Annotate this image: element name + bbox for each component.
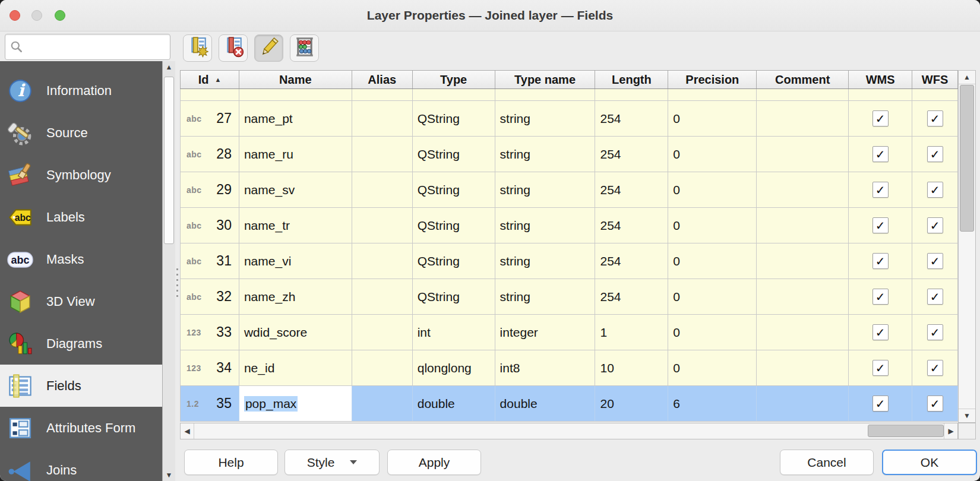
minimize-icon[interactable] [31, 10, 42, 21]
type-name-cell[interactable]: string [495, 243, 596, 279]
sidebar-scrollbar-thumb[interactable] [164, 77, 174, 244]
comment-cell[interactable] [757, 208, 849, 243]
wfs-checkbox[interactable]: ✓ [927, 289, 943, 305]
name-cell[interactable]: name_pt [239, 101, 352, 136]
comment-cell[interactable] [757, 386, 849, 421]
precision-cell[interactable]: 0 [668, 315, 757, 350]
sidebar-item-fields[interactable]: Fields [0, 365, 162, 407]
precision-cell[interactable]: 0 [668, 279, 757, 314]
sidebar-scrollbar[interactable]: ▲ ▼ [162, 61, 175, 481]
wfs-cell[interactable]: ✓ [912, 208, 958, 243]
type-name-cell[interactable]: string [495, 101, 596, 136]
column-header-comment[interactable]: Comment [757, 71, 849, 88]
wms-checkbox[interactable]: ✓ [872, 110, 889, 126]
wms-checkbox[interactable]: ✓ [872, 324, 889, 340]
alias-cell[interactable] [352, 172, 413, 207]
wfs-checkbox[interactable]: ✓ [927, 182, 943, 198]
precision-cell[interactable]: 0 [668, 101, 757, 136]
wms-checkbox[interactable]: ✓ [872, 253, 889, 269]
length-cell[interactable]: 254 [595, 279, 668, 314]
wms-cell[interactable]: ✓ [849, 386, 912, 421]
wfs-cell[interactable]: ✓ [912, 172, 958, 207]
length-cell[interactable]: 254 [595, 172, 668, 207]
wms-checkbox[interactable]: ✓ [872, 360, 889, 376]
id-cell[interactable]: 12334 [181, 350, 239, 385]
alias-cell[interactable] [352, 315, 413, 350]
wfs-checkbox[interactable]: ✓ [927, 324, 943, 340]
length-cell[interactable]: 20 [595, 386, 668, 421]
wms-cell[interactable]: ✓ [849, 243, 912, 279]
name-cell[interactable]: name_ru [239, 137, 352, 172]
length-cell[interactable]: 10 [595, 350, 668, 385]
length-cell[interactable]: 254 [595, 101, 668, 136]
wfs-checkbox[interactable]: ✓ [927, 395, 943, 412]
type-cell[interactable]: QString [413, 172, 495, 207]
sidebar-item-joins[interactable]: Joins [0, 449, 162, 481]
table-row-field-29[interactable]: abc29name_svQStringstring2540✓✓ [181, 172, 958, 208]
wms-checkbox[interactable]: ✓ [872, 395, 889, 412]
name-cell[interactable]: name_zh [239, 279, 352, 314]
wms-cell[interactable]: ✓ [849, 101, 912, 136]
field-calculator-button[interactable] [290, 34, 319, 62]
wms-cell[interactable]: ✓ [849, 350, 912, 385]
type-cell[interactable]: qlonglong [413, 350, 495, 385]
id-cell[interactable]: abc28 [181, 137, 239, 172]
wms-cell[interactable]: ✓ [849, 208, 912, 243]
id-cell[interactable]: abc31 [181, 243, 239, 279]
column-header-precision[interactable]: Precision [668, 71, 757, 88]
sidebar-item-attributes-form[interactable]: Attributes Form [0, 407, 162, 449]
length-cell[interactable]: 254 [595, 208, 668, 243]
wfs-cell[interactable]: ✓ [912, 350, 958, 385]
scroll-up-icon[interactable]: ▲ [163, 63, 175, 71]
wms-cell[interactable]: ✓ [849, 172, 912, 207]
column-header-alias[interactable]: Alias [352, 71, 413, 88]
table-row-field-31[interactable]: abc31name_viQStringstring2540✓✓ [181, 243, 958, 279]
comment-cell[interactable] [757, 137, 849, 172]
comment-cell[interactable] [757, 172, 849, 207]
type-cell[interactable]: QString [413, 243, 495, 279]
alias-cell[interactable] [352, 208, 413, 243]
table-row-field-32[interactable]: abc32name_zhQStringstring2540✓✓ [181, 279, 958, 315]
type-cell[interactable]: double [413, 386, 495, 421]
comment-cell[interactable] [757, 350, 849, 385]
scroll-down-icon[interactable]: ▼ [959, 409, 975, 422]
type-name-cell[interactable]: string [495, 279, 596, 314]
name-cell[interactable]: name_vi [239, 243, 352, 279]
wfs-checkbox[interactable]: ✓ [927, 360, 943, 376]
precision-cell[interactable]: 0 [668, 243, 757, 279]
wms-checkbox[interactable]: ✓ [872, 217, 889, 233]
scroll-down-icon[interactable]: ▼ [163, 471, 175, 479]
wms-checkbox[interactable]: ✓ [872, 146, 889, 162]
precision-cell[interactable]: 0 [668, 172, 757, 207]
sidebar-item-information[interactable]: iInformation [0, 69, 162, 112]
column-header-wms[interactable]: WMS [849, 71, 912, 88]
table-row-field-35[interactable]: 1.235pop_maxdoubledouble206✓✓ [181, 386, 958, 422]
sidebar-item-masks[interactable]: abcMasks [0, 238, 162, 280]
precision-cell[interactable]: 0 [668, 208, 757, 243]
comment-cell[interactable] [757, 315, 849, 350]
wfs-checkbox[interactable]: ✓ [927, 217, 943, 233]
wfs-cell[interactable]: ✓ [912, 386, 958, 421]
wfs-checkbox[interactable]: ✓ [927, 253, 943, 269]
name-cell[interactable]: name_sv [239, 172, 352, 207]
alias-cell[interactable] [352, 350, 413, 385]
alias-cell[interactable] [352, 243, 413, 279]
type-cell[interactable]: QString [413, 279, 495, 314]
wms-checkbox[interactable]: ✓ [872, 182, 889, 198]
alias-cell[interactable] [352, 101, 413, 136]
apply-button[interactable]: Apply [387, 450, 481, 475]
id-cell[interactable]: abc32 [181, 279, 239, 314]
sidebar-item-symbology[interactable]: Symbology [0, 154, 162, 196]
id-cell[interactable]: abc30 [181, 208, 239, 243]
column-header-wfs[interactable]: WFS [912, 71, 958, 88]
type-name-cell[interactable]: double [495, 386, 596, 421]
length-cell[interactable]: 254 [595, 243, 668, 279]
comment-cell[interactable] [757, 243, 849, 279]
wfs-cell[interactable]: ✓ [912, 243, 958, 279]
column-header-length[interactable]: Length [595, 71, 668, 88]
length-cell[interactable]: 254 [595, 137, 668, 172]
name-cell[interactable]: ne_id [239, 350, 352, 385]
type-name-cell[interactable]: integer [495, 315, 596, 350]
id-cell[interactable]: abc29 [181, 172, 239, 207]
type-cell[interactable]: QString [413, 101, 495, 136]
